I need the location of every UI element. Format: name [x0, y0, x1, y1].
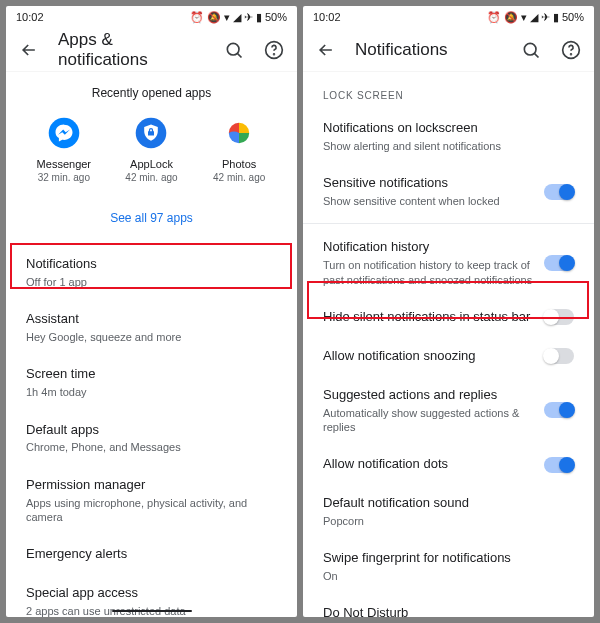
- battery-percent: 50%: [265, 11, 287, 23]
- messenger-icon: [47, 116, 81, 150]
- recent-app-messenger[interactable]: Messenger 32 min. ago: [24, 116, 104, 183]
- status-time: 10:02: [16, 11, 190, 23]
- row-permission-manager[interactable]: Permission manager Apps using microphone…: [6, 466, 297, 535]
- switch-allow-notification-snoozing[interactable]: [544, 348, 574, 364]
- row-sub: Apps using microphone, physical activity…: [26, 496, 277, 525]
- svg-point-2: [274, 53, 275, 54]
- dnd-icon: 🔕: [207, 12, 221, 23]
- svg-point-8: [571, 53, 572, 54]
- svg-point-0: [227, 43, 239, 55]
- svg-point-6: [524, 43, 536, 55]
- row-sub: Off for 1 app: [26, 275, 277, 289]
- row-hide-silent-notifications[interactable]: Hide silent notifications in status bar: [303, 298, 594, 337]
- svg-point-4: [136, 118, 167, 149]
- divider: [303, 223, 594, 224]
- row-title: Screen time: [26, 366, 277, 383]
- row-title: Hide silent notifications in status bar: [323, 309, 534, 326]
- row-title: Swipe fingerprint for notifications: [323, 550, 574, 567]
- row-title: Default apps: [26, 422, 277, 439]
- recently-opened-header: Recently opened apps: [6, 72, 297, 108]
- battery-percent: 50%: [562, 11, 584, 23]
- row-screen-time[interactable]: Screen time 1h 4m today: [6, 355, 297, 410]
- home-indicator[interactable]: [112, 610, 192, 612]
- wifi-icon: ▾: [224, 12, 230, 23]
- phone-left: 10:02 ⏰ 🔕 ▾ ◢ ✈ ▮ 50% Apps & notificatio…: [6, 6, 297, 617]
- recent-apps-row: Messenger 32 min. ago AppLock 42 min. ag…: [6, 108, 297, 191]
- app-sub: 42 min. ago: [125, 172, 177, 183]
- row-assistant[interactable]: Assistant Hey Google, squeeze and more: [6, 300, 297, 355]
- row-suggested-actions[interactable]: Suggested actions and replies Automatica…: [303, 376, 594, 445]
- row-sensitive-notifications[interactable]: Sensitive notifications Show sensitive c…: [303, 164, 594, 219]
- help-button[interactable]: [560, 39, 582, 61]
- app-bar: Notifications: [303, 28, 594, 72]
- row-title: Special app access: [26, 585, 277, 602]
- help-button[interactable]: [263, 39, 285, 61]
- row-title: Default notification sound: [323, 495, 574, 512]
- signal-icon: ◢: [233, 12, 241, 23]
- row-title: Assistant: [26, 311, 277, 328]
- signal-icon: ◢: [530, 12, 538, 23]
- status-time: 10:02: [313, 11, 487, 23]
- dnd-icon: 🔕: [504, 12, 518, 23]
- app-name: Photos: [222, 158, 256, 170]
- row-do-not-disturb[interactable]: Do Not Disturb Off / 1 schedule can turn…: [303, 594, 594, 617]
- row-title: Suggested actions and replies: [323, 387, 534, 404]
- row-sub: Turn on notification history to keep tra…: [323, 258, 534, 287]
- app-sub: 32 min. ago: [38, 172, 90, 183]
- row-sub: Chrome, Phone, and Messages: [26, 440, 277, 454]
- search-button[interactable]: [223, 39, 245, 61]
- row-sub: Automatically show suggested actions & r…: [323, 406, 534, 435]
- back-button[interactable]: [315, 39, 337, 61]
- row-notifications-on-lockscreen[interactable]: Notifications on lockscreen Show alertin…: [303, 109, 594, 164]
- search-button[interactable]: [520, 39, 542, 61]
- app-bar: Apps & notifications: [6, 28, 297, 72]
- row-allow-notification-dots[interactable]: Allow notification dots: [303, 445, 594, 484]
- recent-app-photos[interactable]: Photos 42 min. ago: [199, 116, 279, 183]
- row-sub: 1h 4m today: [26, 385, 277, 399]
- switch-hide-silent-notifications[interactable]: [544, 309, 574, 325]
- row-title: Notifications: [26, 256, 277, 273]
- recent-app-applock[interactable]: AppLock 42 min. ago: [111, 116, 191, 183]
- airplane-icon: ✈: [244, 12, 253, 23]
- switch-sensitive-notifications[interactable]: [544, 184, 574, 200]
- status-bar: 10:02 ⏰ 🔕 ▾ ◢ ✈ ▮ 50%: [303, 6, 594, 28]
- applock-icon: [134, 116, 168, 150]
- app-name: AppLock: [130, 158, 173, 170]
- alarm-icon: ⏰: [487, 12, 501, 23]
- back-button[interactable]: [18, 39, 40, 61]
- row-title: Notifications on lockscreen: [323, 120, 574, 137]
- row-default-apps[interactable]: Default apps Chrome, Phone, and Messages: [6, 411, 297, 466]
- see-all-apps-link[interactable]: See all 97 apps: [6, 191, 297, 245]
- row-notification-history[interactable]: Notification history Turn on notificatio…: [303, 228, 594, 297]
- lock-screen-overline: LOCK SCREEN: [303, 72, 594, 109]
- row-sub: On: [323, 569, 574, 583]
- row-title: Permission manager: [26, 477, 277, 494]
- row-sub: Show sensitive content when locked: [323, 194, 534, 208]
- switch-notification-history[interactable]: [544, 255, 574, 271]
- row-sub: Hey Google, squeeze and more: [26, 330, 277, 344]
- row-title: Emergency alerts: [26, 546, 277, 563]
- battery-icon: ▮: [553, 12, 559, 23]
- row-allow-notification-snoozing[interactable]: Allow notification snoozing: [303, 337, 594, 376]
- phone-right: 10:02 ⏰ 🔕 ▾ ◢ ✈ ▮ 50% Notifications: [303, 6, 594, 617]
- row-title: Allow notification snoozing: [323, 348, 534, 365]
- switch-suggested-actions[interactable]: [544, 402, 574, 418]
- wifi-icon: ▾: [521, 12, 527, 23]
- alarm-icon: ⏰: [190, 12, 204, 23]
- airplane-icon: ✈: [541, 12, 550, 23]
- row-title: Sensitive notifications: [323, 175, 534, 192]
- row-sub: Popcorn: [323, 514, 574, 528]
- svg-point-3: [49, 118, 80, 149]
- status-bar: 10:02 ⏰ 🔕 ▾ ◢ ✈ ▮ 50%: [6, 6, 297, 28]
- row-title: Notification history: [323, 239, 534, 256]
- row-emergency-alerts[interactable]: Emergency alerts: [6, 535, 297, 574]
- app-name: Messenger: [37, 158, 91, 170]
- app-sub: 42 min. ago: [213, 172, 265, 183]
- row-title: Allow notification dots: [323, 456, 534, 473]
- row-default-notification-sound[interactable]: Default notification sound Popcorn: [303, 484, 594, 539]
- page-title: Notifications: [355, 40, 502, 60]
- page-title: Apps & notifications: [58, 30, 205, 70]
- row-swipe-fingerprint[interactable]: Swipe fingerprint for notifications On: [303, 539, 594, 594]
- switch-allow-notification-dots[interactable]: [544, 457, 574, 473]
- row-notifications[interactable]: Notifications Off for 1 app: [6, 245, 297, 300]
